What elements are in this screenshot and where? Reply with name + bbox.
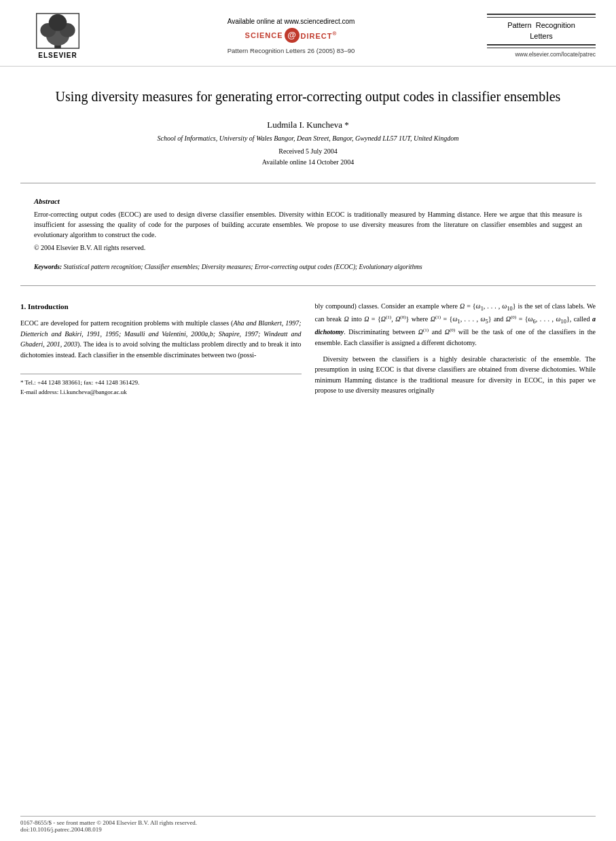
footnote-email: E-mail address: l.i.kuncheva@bangor.ac.u… [20, 388, 302, 397]
footnote-area: * Tel.: +44 1248 383661; fax: +44 1248 3… [20, 374, 302, 397]
elsevier-logo-area: ELSEVIER [20, 12, 95, 59]
svg-point-4 [49, 14, 67, 31]
science-text: SCIENCE [245, 31, 283, 39]
content-divider [20, 285, 596, 286]
journal-title-right: Pattern RecognitionLetters [507, 20, 575, 41]
header-center: Available online at www.sciencedirect.co… [102, 12, 480, 59]
available-online-text: Available online at www.sciencedirect.co… [228, 18, 355, 25]
paper-dates: Received 5 July 2004 Available online 14… [54, 146, 562, 168]
page-footer: 0167-8655/$ - see front matter © 2004 El… [20, 816, 596, 833]
at-icon: @ [285, 28, 300, 43]
keywords-text: Keywords: Statistical pattern recognitio… [34, 262, 582, 272]
footer-doi: doi:10.1016/j.patrec.2004.08.019 [20, 826, 596, 833]
abstract-title: Abstract [34, 197, 582, 205]
paper-title: Using diversity measures for generating … [54, 87, 562, 106]
journal-citation: Pattern Recognition Letters 26 (2005) 83… [228, 47, 355, 54]
title-divider [20, 183, 596, 183]
title-section: Using diversity measures for generating … [0, 67, 616, 175]
copyright-text: © 2004 Elsevier B.V. All rights reserved… [34, 244, 582, 251]
left-col-text: ECOC are developed for pattern recogniti… [20, 318, 302, 360]
direct-text: DIRECT® [301, 31, 338, 40]
abstract-text: Error-correcting output codes (ECOC) are… [34, 209, 582, 240]
intro-paragraph-1: ECOC are developed for pattern recogniti… [20, 318, 302, 360]
sciencedirect-logo: SCIENCE @ DIRECT® [245, 28, 338, 43]
keywords-section: Keywords: Statistical pattern recognitio… [0, 257, 616, 277]
elsevier-url: www.elsevier.com/locate/patrec [515, 51, 596, 58]
elsevier-brand-text: ELSEVIER [38, 52, 77, 59]
keywords-label: Keywords: [34, 264, 62, 270]
left-column: 1. Introduction ECOC are developed for p… [20, 301, 302, 401]
elsevier-tree-icon [34, 12, 81, 50]
author-name: Ludmila I. Kuncheva * [54, 120, 562, 130]
author-affiliation: School of Informatics, University of Wal… [54, 135, 562, 142]
section-1-title: 1. Introduction [20, 301, 302, 312]
journal-header: ELSEVIER Available online at www.science… [0, 0, 616, 67]
right-column: bly compound) classes. Consider an examp… [315, 301, 596, 401]
footnote-tel: * Tel.: +44 1248 383661; fax: +44 1248 3… [20, 378, 302, 388]
header-bottom-lines [487, 44, 596, 48]
header-top-lines [487, 14, 596, 18]
abstract-section: Abstract Error-correcting output codes (… [0, 192, 616, 257]
journal-title-box: Pattern RecognitionLetters www.elsevier.… [487, 12, 596, 59]
right-paragraph-1: bly compound) classes. Consider an examp… [315, 301, 596, 348]
page: ELSEVIER Available online at www.science… [0, 0, 616, 841]
right-paragraph-2: Diversity between the classifiers is a h… [315, 354, 596, 396]
footer-issn: 0167-8655/$ - see front matter © 2004 El… [20, 819, 596, 826]
two-column-content: 1. Introduction ECOC are developed for p… [0, 294, 616, 408]
right-col-text: bly compound) classes. Consider an examp… [315, 301, 596, 395]
